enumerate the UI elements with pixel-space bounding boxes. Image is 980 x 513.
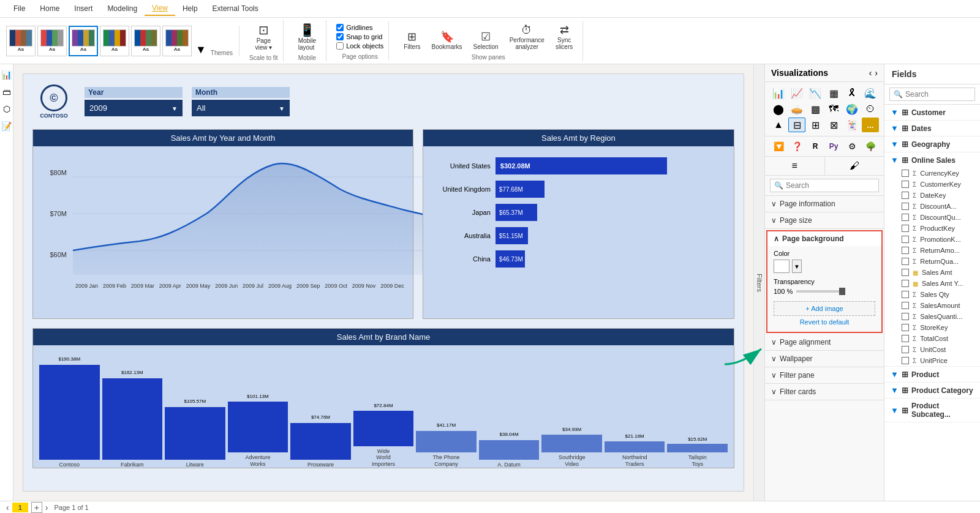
tab-insert[interactable]: Insert — [67, 2, 100, 15]
theme-swatch-2[interactable]: Aa — [37, 26, 67, 56]
color-swatch[interactable] — [774, 260, 790, 273]
field-group-product-subcateg-header[interactable]: ▼ ⊞ Product Subcateg... — [884, 399, 980, 422]
filter-cards-header[interactable]: ∨ Filter cards — [765, 384, 884, 400]
format-tab-button[interactable]: 🖌 — [825, 157, 884, 175]
page-add-button[interactable]: + — [31, 502, 42, 513]
field-item-unitprice[interactable]: ΣUnitPrice — [884, 355, 980, 366]
viz-panel-back-button[interactable]: ‹ — [869, 68, 872, 78]
field-item-discountqu[interactable]: ΣDiscountQu... — [884, 212, 980, 223]
field-item-datekey[interactable]: ΣDateKey — [884, 190, 980, 201]
mobile-layout-button[interactable]: 📱 Mobilelayout — [293, 20, 321, 53]
field-item-salesqty[interactable]: ΣSales Qty — [884, 289, 980, 300]
viz-icon-custom[interactable]: ... — [862, 118, 879, 132]
sidebar-data-icon[interactable]: 🗃 — [1, 86, 12, 97]
field-item-salesamty[interactable]: ▦Sales Amt Y... — [884, 278, 980, 289]
viz-icon-waterfall[interactable]: 🌊 — [862, 86, 879, 100]
field-group-online-sales-header[interactable]: ▼ ⊞ Online Sales — [884, 152, 980, 168]
viz-icon-other[interactable]: ⚙ — [843, 139, 861, 154]
field-item-productkey[interactable]: ΣProductKey — [884, 223, 980, 234]
viz-icon-kpi[interactable]: ▲ — [770, 118, 787, 132]
viz-icon-qna[interactable]: ❓ — [788, 139, 805, 154]
viz-icon-treemap[interactable]: ▩ — [807, 102, 824, 116]
field-group-dates-header[interactable]: ▼ ⊞ Dates — [884, 121, 980, 136]
page-next-button[interactable]: › — [45, 503, 48, 512]
page-prev-button[interactable]: ‹ — [6, 503, 9, 512]
filters-button[interactable]: ⊞ Filters — [399, 28, 425, 53]
revert-to-default-button[interactable]: Revert to default — [774, 316, 875, 328]
tab-home[interactable]: Home — [32, 2, 67, 15]
sidebar-report-icon[interactable]: 📊 — [1, 69, 12, 80]
theme-swatch-1[interactable]: Aa — [6, 26, 36, 56]
viz-icon-matrix[interactable]: ⊠ — [825, 118, 842, 132]
viz-icon-area-chart[interactable]: 📉 — [807, 86, 824, 100]
transparency-slider[interactable] — [796, 290, 845, 293]
field-item-returnqua[interactable]: ΣReturnQua... — [884, 256, 980, 267]
viz-icon-funnel[interactable]: 🔽 — [770, 139, 787, 154]
viz-icon-table[interactable]: ⊞ — [807, 118, 824, 132]
fields-search-input[interactable] — [905, 90, 971, 99]
viz-icon-line-chart[interactable]: 📈 — [788, 86, 805, 100]
performance-analyzer-button[interactable]: ⏱ Performanceanalyzer — [505, 21, 549, 53]
tab-file[interactable]: File — [6, 2, 32, 15]
field-item-storekey[interactable]: ΣStoreKey — [884, 322, 980, 333]
snap-to-grid-checkbox[interactable]: Snap to grid — [336, 33, 383, 40]
page-tab-1[interactable]: 1 — [12, 503, 28, 512]
viz-icon-r-visual[interactable]: R — [807, 139, 824, 154]
page-view-button[interactable]: ⊡ Pageview ▾ — [250, 20, 277, 53]
year-select[interactable]: 2009 2008 2010 — [85, 100, 183, 116]
viz-panel-forward-button[interactable]: › — [875, 68, 878, 78]
sync-slicers-button[interactable]: ⇄ Syncslicers — [551, 21, 578, 53]
selection-button[interactable]: ☑ Selection — [469, 28, 503, 53]
viz-icon-pie[interactable]: 🥧 — [788, 102, 805, 116]
filters-handle[interactable]: Filters — [754, 64, 765, 501]
theme-swatch-6[interactable]: Aa — [162, 26, 192, 56]
field-item-unitcost[interactable]: ΣUnitCost — [884, 344, 980, 355]
year-select-wrapper[interactable]: 2009 2008 2010 — [85, 100, 183, 116]
field-item-salesamt[interactable]: ▦Sales Amt — [884, 267, 980, 278]
sidebar-dax-icon[interactable]: 📝 — [1, 121, 12, 132]
field-group-customer-header[interactable]: ▼ ⊞ Customer — [884, 105, 980, 120]
themes-expand-button[interactable]: ▼ — [194, 43, 208, 56]
data-tab-button[interactable]: ≡ — [765, 157, 825, 175]
field-item-totalcost[interactable]: ΣTotalCost — [884, 333, 980, 344]
sidebar-model-icon[interactable]: ⬡ — [1, 103, 12, 114]
month-select[interactable]: All JanFebMar — [192, 100, 290, 116]
wallpaper-header[interactable]: ∨ Wallpaper — [765, 351, 884, 367]
page-background-header[interactable]: ∧ Page background — [767, 231, 881, 246]
viz-icon-bar-2[interactable]: ▦ — [825, 86, 842, 100]
tab-help[interactable]: Help — [175, 2, 205, 15]
field-group-product-header[interactable]: ▼ ⊞ Product — [884, 367, 980, 382]
viz-icon-map[interactable]: 🗺 — [825, 102, 842, 116]
tab-view[interactable]: View — [145, 1, 175, 16]
viz-icon-filled-map[interactable]: 🌍 — [843, 102, 861, 116]
viz-icon-decomp[interactable]: 🌳 — [862, 139, 879, 154]
lock-objects-checkbox[interactable]: Lock objects — [336, 42, 383, 50]
tab-external-tools[interactable]: External Tools — [205, 2, 266, 15]
viz-icon-scatter[interactable]: ⬤ — [770, 102, 787, 116]
field-item-salesamount[interactable]: ΣSalesAmount — [884, 300, 980, 311]
viz-icon-slicer[interactable]: ⊟ — [788, 118, 805, 132]
add-image-button[interactable]: + Add image — [774, 301, 875, 316]
month-select-wrapper[interactable]: All JanFebMar — [192, 100, 290, 116]
filter-pane-header[interactable]: ∨ Filter pane — [765, 367, 884, 383]
page-size-header[interactable]: ∨ Page size — [765, 212, 884, 228]
gridlines-checkbox[interactable]: Gridlines — [336, 24, 383, 31]
viz-icon-card[interactable]: 🃏 — [843, 118, 861, 132]
viz-icon-ribbon[interactable]: 🎗 — [843, 86, 861, 100]
tab-modeling[interactable]: Modeling — [100, 2, 145, 15]
color-dropdown-button[interactable]: ▼ — [792, 260, 802, 273]
field-item-salesquanti[interactable]: ΣSalesQuanti... — [884, 311, 980, 322]
field-item-promotionk[interactable]: ΣPromotionK... — [884, 234, 980, 245]
viz-search-input[interactable] — [786, 181, 875, 190]
viz-icon-py-visual[interactable]: Py — [825, 139, 842, 154]
page-info-header[interactable]: ∨ Page information — [765, 196, 884, 212]
field-group-geography-header[interactable]: ▼ ⊞ Geography — [884, 137, 980, 152]
field-item-customerkey[interactable]: ΣCustomerKey — [884, 179, 980, 190]
theme-swatch-4[interactable]: Aa — [100, 26, 129, 56]
theme-swatch-5[interactable]: Aa — [131, 26, 160, 56]
field-item-currencykey[interactable]: ΣCurrencyKey — [884, 168, 980, 179]
theme-swatch-3[interactable]: Aa — [69, 26, 98, 56]
viz-icon-gauge[interactable]: ⏲ — [862, 102, 879, 116]
bookmarks-button[interactable]: 🔖 Bookmarks — [427, 28, 467, 53]
field-group-product-category-header[interactable]: ▼ ⊞ Product Category — [884, 383, 980, 398]
